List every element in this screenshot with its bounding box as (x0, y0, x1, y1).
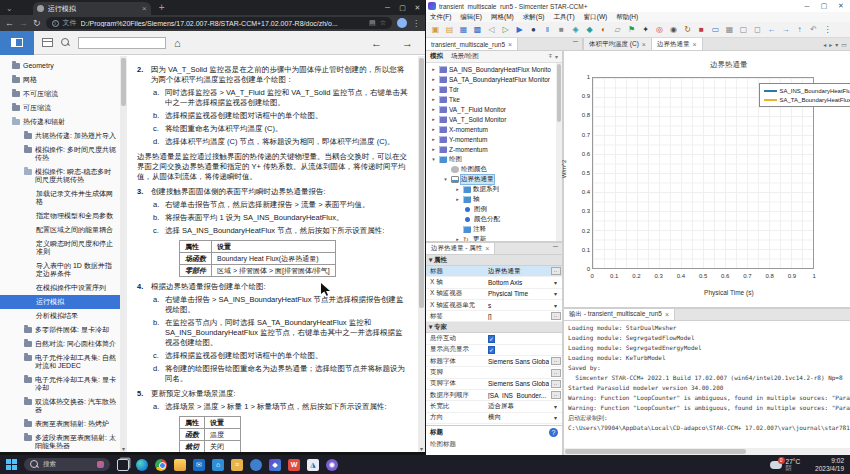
close-tab-icon[interactable]: × (665, 311, 669, 318)
tree-item[interactable]: ▸Z-momentum (426, 144, 562, 154)
ellipsis-button[interactable]: ·· (551, 391, 561, 399)
wps-icon[interactable]: W (288, 459, 300, 471)
new-simulation-icon[interactable]: ▣ (429, 24, 442, 36)
toc-item[interactable]: 导入表中的 1D 数据并指定边界条件 (0, 259, 120, 281)
ellipsis-button[interactable]: ·· (551, 312, 561, 320)
close-tab-icon[interactable]: × (642, 41, 646, 48)
home-icon[interactable]: ⌂ (174, 37, 181, 49)
property-row[interactable]: X 轴监视器单元s▾ (426, 300, 562, 311)
tree-item[interactable]: ▸Y-momentum (426, 134, 562, 144)
ellipsis-control[interactable]: ·· (549, 312, 562, 320)
bookmark-star-icon[interactable]: ☆ (380, 19, 386, 27)
run-icon[interactable]: ▶ (513, 24, 526, 36)
toc-item[interactable]: 热传递和辐射 (0, 115, 120, 129)
ellipsis-control[interactable]: ·· (549, 267, 562, 275)
expander-icon[interactable]: ▸ (430, 76, 437, 82)
help-forward-icon[interactable]: → (402, 37, 413, 49)
dropdown-control[interactable]: ▾ (549, 403, 562, 410)
browser-tab[interactable]: 运行模拟 × (33, 2, 151, 15)
property-row[interactable]: 悬停互动✓ (426, 333, 562, 344)
explorer-tab[interactable]: transient_multiscale_run5 × (426, 38, 518, 50)
property-row[interactable]: 页脚·· (426, 367, 562, 378)
dropdown-control[interactable]: ▾ (549, 414, 562, 421)
table-icon[interactable]: ▦ (723, 24, 736, 36)
toc-item[interactable]: 模拟操作: 瞬态-稳态多时间尺度共轭传热 (0, 165, 120, 187)
property-row[interactable]: X 轴监视器Physical Time▾ (426, 289, 562, 300)
property-value[interactable]: Siemens Sans Globa (488, 380, 549, 387)
save-icon[interactable]: ▦ (457, 24, 470, 36)
ellipsis-button[interactable]: ·· (551, 357, 561, 365)
property-value[interactable]: 横向 (488, 413, 549, 422)
toc-item[interactable]: 模拟操作: 多时间尺度共轭传热 (0, 143, 120, 165)
menu-item[interactable]: 窗口(W) (584, 13, 607, 22)
browser-menu-icon[interactable]: ⋮ (412, 19, 420, 28)
property-row[interactable]: 标题字体Siemens Sans Globa·· (426, 356, 562, 367)
outlook-icon[interactable]: ✉ (193, 459, 205, 471)
sidebar-toggle-button[interactable] (0, 31, 34, 55)
task-view-icon[interactable] (117, 459, 129, 471)
initialize-icon[interactable]: ◐ (597, 24, 610, 36)
help-icon[interactable]: ? (549, 428, 558, 437)
toc-item[interactable]: 定义瞬态时间尺度和停止准则 (0, 237, 120, 259)
tree-item[interactable]: ▸SA_INS_BoundaryHeatFlux Monito (426, 64, 562, 74)
property-row[interactable]: 标签[]·· (426, 311, 562, 322)
expander-icon[interactable]: ▸ (454, 196, 461, 202)
expander-icon[interactable]: ▾ (442, 176, 449, 182)
expander-icon[interactable]: ▸ (430, 146, 437, 152)
checkbox-checked-icon[interactable]: ✓ (488, 335, 495, 343)
toc-item[interactable]: 双流体热交换器: 汽车散热器 (0, 395, 120, 417)
tab-simulation[interactable]: 模拟 (430, 52, 443, 61)
open-icon[interactable]: ▤ (443, 24, 456, 36)
close-button[interactable]: ✕ (834, 2, 848, 10)
expander-icon[interactable]: ▸ (430, 86, 437, 92)
expander-icon[interactable]: ▸ (454, 236, 461, 241)
expander-icon[interactable]: ▸ (430, 96, 437, 102)
property-value[interactable]: Physical Time (488, 290, 549, 297)
maximize-pane-icon[interactable]: ▭ (841, 41, 847, 48)
plot-tab[interactable]: 边界热通量× (652, 38, 703, 50)
toc-scrollbar[interactable]: ▾ (120, 56, 127, 452)
paint3d-icon[interactable]: ◆ (269, 459, 281, 471)
record-icon[interactable]: ■ (695, 24, 708, 36)
output-horizontal-scrollbar[interactable] (564, 448, 850, 455)
property-group-header[interactable]: ▾ 属性 (426, 255, 562, 266)
tab-list-icon[interactable]: ▾ (835, 41, 838, 48)
ellipsis-control[interactable]: ·· (549, 369, 562, 377)
minimize-button[interactable]: ─ (800, 3, 814, 10)
url-input[interactable]: i 文件 D:/Program%20Files/Siemens/17.02.00… (46, 17, 392, 29)
toc-item[interactable]: 配置区域之间的能量耦合 (0, 223, 120, 237)
toc-item[interactable]: 加载记录文件并生成体网格 (0, 187, 120, 209)
property-group-header[interactable]: ▾ 专家 (426, 322, 562, 333)
solver-icon[interactable]: ✦ (639, 24, 652, 36)
refresh-icon[interactable]: ↻ (681, 24, 694, 36)
more-icon[interactable]: ⋮ (821, 24, 834, 36)
back-icon[interactable]: ← (765, 24, 778, 36)
toc-item[interactable]: 网格 (0, 73, 120, 87)
scroll-tabs-left-icon[interactable]: ◂ (823, 41, 826, 48)
browser-maximize-button[interactable]: ▢ (395, 4, 410, 12)
clock[interactable]: 9:02 2023/4/19 (815, 457, 844, 473)
tree-item[interactable]: ▸Tdr (426, 84, 562, 94)
query-icon[interactable]: ◻ (751, 24, 764, 36)
menu-item[interactable]: 工具(T) (553, 13, 574, 22)
stop-icon[interactable]: ● (527, 24, 540, 36)
ellipsis-button[interactable]: ·· (551, 380, 561, 388)
browser-icon[interactable] (250, 459, 262, 471)
tree-item[interactable]: 绘图颜色 (426, 164, 562, 174)
tree-item[interactable]: ▸SA_TA_BoundaryHeatFlux Monitor (426, 74, 562, 84)
toc-item[interactable]: 多零部件固体: 显卡冷却 (0, 323, 120, 337)
minimize-pane-icon[interactable]: ─ (569, 38, 582, 50)
chrome-icon[interactable] (155, 459, 167, 471)
checkbox-checked-icon[interactable]: ✓ (488, 346, 495, 354)
layout-icon[interactable]: ▢ (737, 24, 750, 36)
reload-icon[interactable]: ↻ (33, 19, 41, 28)
tree-item[interactable]: 注释 (426, 224, 562, 234)
weather-widget[interactable]: 0 27°C 阴 (770, 458, 801, 472)
save-all-icon[interactable]: ▩ (471, 24, 484, 36)
tree-item[interactable]: ▸数据系列 (426, 184, 562, 194)
forward-icon[interactable]: → (779, 24, 792, 36)
tree-item[interactable]: 图例 (426, 204, 562, 214)
help-search-input[interactable] (78, 37, 166, 49)
properties-tab[interactable]: 边界热通量 - 属性 × (426, 243, 495, 254)
toc-item[interactable]: 自然对流: 同心圆柱体简介 (0, 337, 120, 351)
